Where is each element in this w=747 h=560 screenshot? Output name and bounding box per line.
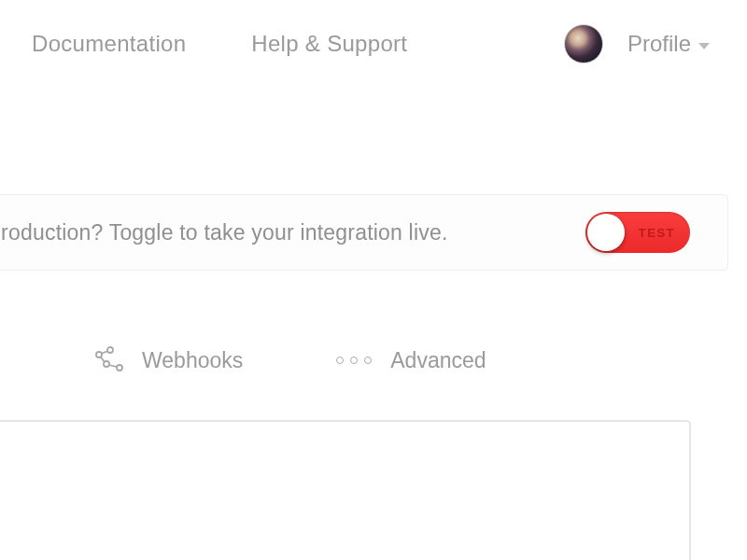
top-nav: Documentation Help & Support Profile [0,0,747,82]
settings-tabs: Webhooks Advanced [0,271,747,375]
svg-line-5 [101,357,106,362]
webhooks-icon [93,345,123,375]
nav-help-link[interactable]: Help & Support [251,31,407,57]
svg-point-1 [107,347,113,353]
profile-menu[interactable]: Profile [627,31,710,57]
svg-line-4 [102,351,108,354]
tab-advanced[interactable]: Advanced [336,348,486,373]
tab-advanced-label: Advanced [390,348,486,373]
avatar[interactable] [564,24,603,63]
svg-point-3 [117,365,122,371]
toggle-knob [587,214,625,251]
live-toggle[interactable]: TEST [585,212,690,253]
more-icon [336,357,372,364]
svg-line-6 [109,365,118,367]
go-live-banner: Ready for production? Toggle to take you… [0,194,728,271]
tab-webhooks[interactable]: Webhooks [93,345,243,375]
profile-label: Profile [627,31,691,57]
toggle-label: TEST [639,226,675,240]
content-panel [0,420,691,560]
nav-documentation-link[interactable]: Documentation [32,31,186,57]
banner-text: Ready for production? Toggle to take you… [0,220,563,245]
chevron-down-icon [698,43,710,49]
tab-webhooks-label: Webhooks [142,348,243,373]
